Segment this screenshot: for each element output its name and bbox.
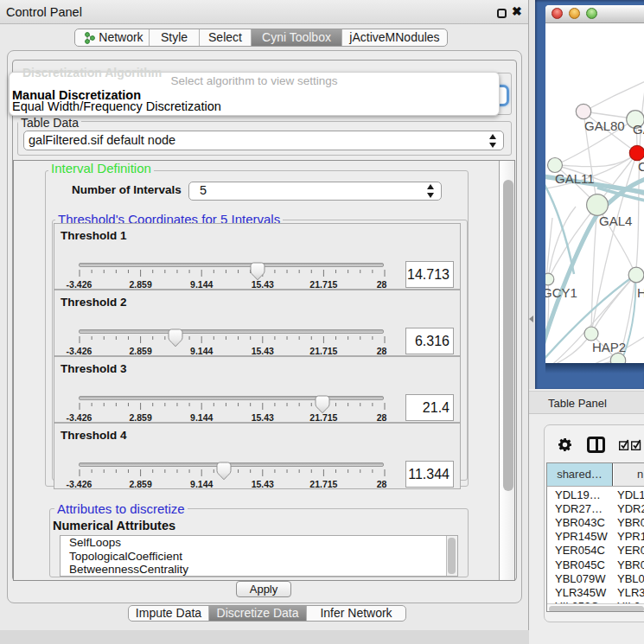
- svg-text:GCY1: GCY1: [545, 285, 577, 300]
- svg-text:GA: GA: [633, 122, 644, 137]
- svg-text:H: H: [637, 285, 644, 300]
- svg-text:HAP2: HAP2: [592, 340, 626, 354]
- svg-text:GAL80: GAL80: [584, 118, 625, 133]
- svg-text:C: C: [638, 159, 644, 174]
- svg-text:GAL4: GAL4: [599, 214, 632, 228]
- svg-text:GAL11: GAL11: [555, 171, 595, 186]
